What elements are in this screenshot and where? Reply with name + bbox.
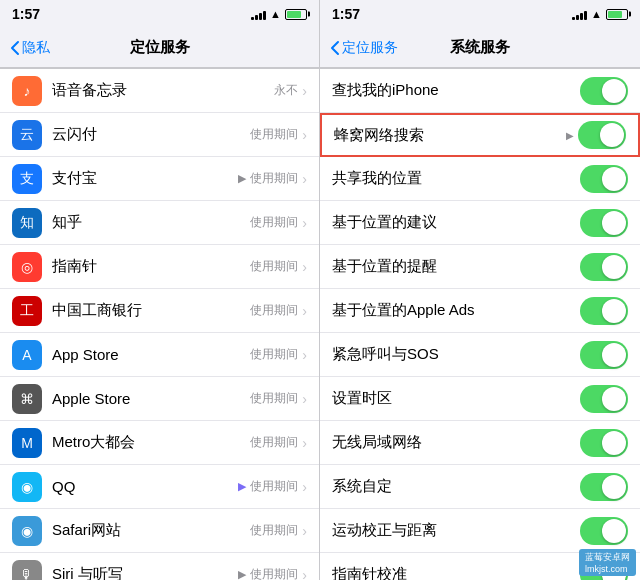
left-status-icons: ▲	[251, 8, 307, 20]
left-list-item[interactable]: 🎙 Siri 与听写 ▶ 使用期间 ›	[0, 553, 319, 580]
right-item-controls: ▶	[566, 121, 626, 149]
right-list-item[interactable]: 共享我的位置	[320, 157, 640, 201]
item-label: 知乎	[52, 213, 250, 232]
left-list-item[interactable]: 云 云闪付 使用期间 ›	[0, 113, 319, 157]
toggle-system_custom[interactable]	[580, 473, 628, 501]
right-item-label: 设置时区	[332, 389, 580, 408]
left-list-item[interactable]: ◉ QQ ▶ 使用期间 ›	[0, 465, 319, 509]
item-label: Apple Store	[52, 390, 250, 407]
app-icon: 支	[12, 164, 42, 194]
left-status-bar: 1:57 ▲	[0, 0, 319, 28]
right-list-item[interactable]: 运动校正与距离	[320, 509, 640, 553]
right-list-item[interactable]: 设置时区	[320, 377, 640, 421]
toggle-timezone[interactable]	[580, 385, 628, 413]
toggle-cellular[interactable]	[578, 121, 626, 149]
right-list-item[interactable]: 紧急呼叫与SOS	[320, 333, 640, 377]
right-item-label: 基于位置的提醒	[332, 257, 580, 276]
chevron-right-icon: ›	[302, 259, 307, 275]
left-nav-bar: 隐私 定位服务	[0, 28, 319, 68]
left-panel: 1:57 ▲ 隐私 定位服务	[0, 0, 320, 580]
toggle-wifi_network[interactable]	[580, 429, 628, 457]
left-list-item[interactable]: 知 知乎 使用期间 ›	[0, 201, 319, 245]
app-icon: ◉	[12, 472, 42, 502]
left-time: 1:57	[12, 6, 40, 22]
right-item-controls	[580, 209, 628, 237]
right-item-controls	[580, 385, 628, 413]
toggle-motion[interactable]	[580, 517, 628, 545]
right-item-label: 无线局域网络	[332, 433, 580, 452]
right-back-button[interactable]: 定位服务	[330, 39, 398, 57]
right-list-item[interactable]: 无线局域网络	[320, 421, 640, 465]
item-value: 使用期间	[250, 478, 298, 495]
item-right: 使用期间 ›	[250, 126, 307, 143]
right-item-label: 指南针校准	[332, 565, 580, 580]
left-list-item[interactable]: 支 支付宝 ▶ 使用期间 ›	[0, 157, 319, 201]
right-nav-title: 系统服务	[450, 38, 510, 57]
item-label: Siri 与听写	[52, 565, 238, 580]
toggle-location_remind[interactable]	[580, 253, 628, 281]
item-label: 语音备忘录	[52, 81, 274, 100]
chevron-right-icon: ›	[302, 435, 307, 451]
app-icon: 知	[12, 208, 42, 238]
chevron-right-icon: ›	[302, 347, 307, 363]
right-list-item[interactable]: 基于位置的提醒	[320, 245, 640, 289]
right-time: 1:57	[332, 6, 360, 22]
chevron-right-icon: ›	[302, 83, 307, 99]
toggle-share_location[interactable]	[580, 165, 628, 193]
item-label: App Store	[52, 346, 250, 363]
right-list-item[interactable]: 基于位置的建议	[320, 201, 640, 245]
right-item-label: 运动校正与距离	[332, 521, 580, 540]
right-item-controls	[580, 517, 628, 545]
chevron-right-icon: ›	[302, 171, 307, 187]
item-right: 永不 ›	[274, 82, 307, 99]
item-value: 使用期间	[250, 170, 298, 187]
right-item-label: 基于位置的Apple Ads	[332, 301, 580, 320]
item-value: 使用期间	[250, 126, 298, 143]
right-status-bar: 1:57 ▲	[320, 0, 640, 28]
toggle-location_suggest[interactable]	[580, 209, 628, 237]
right-list-item[interactable]: 蜂窝网络搜索 ▶	[320, 113, 640, 157]
item-right: 使用期间 ›	[250, 214, 307, 231]
toggle-apple_ads[interactable]	[580, 297, 628, 325]
right-back-label: 定位服务	[342, 39, 398, 57]
right-list-item[interactable]: 基于位置的Apple Ads	[320, 289, 640, 333]
app-icon: ◉	[12, 516, 42, 546]
toggle-emergency[interactable]	[580, 341, 628, 369]
right-item-label: 基于位置的建议	[332, 213, 580, 232]
right-item-label: 共享我的位置	[332, 169, 580, 188]
chevron-right-icon: ›	[302, 215, 307, 231]
left-back-label: 隐私	[22, 39, 50, 57]
left-list-item[interactable]: A App Store 使用期间 ›	[0, 333, 319, 377]
left-list-item[interactable]: ◉ Safari网站 使用期间 ›	[0, 509, 319, 553]
item-right: 使用期间 ›	[250, 302, 307, 319]
item-right: 使用期间 ›	[250, 346, 307, 363]
item-right: 使用期间 ›	[250, 434, 307, 451]
right-settings-list: 查找我的iPhone 蜂窝网络搜索 ▶ 共享我的位置	[320, 68, 640, 580]
left-back-button[interactable]: 隐私	[10, 39, 50, 57]
app-icon: 工	[12, 296, 42, 326]
right-list-item[interactable]: 系统自定	[320, 465, 640, 509]
chevron-right-icon: ›	[302, 523, 307, 539]
item-value: 使用期间	[250, 346, 298, 363]
right-signal-icon	[572, 8, 587, 20]
chevron-right-icon: ›	[302, 127, 307, 143]
item-value: 使用期间	[250, 258, 298, 275]
right-item-controls	[580, 473, 628, 501]
chevron-left-icon	[10, 40, 20, 56]
toggle-find_iphone[interactable]	[580, 77, 628, 105]
chevron-right-icon: ›	[302, 479, 307, 495]
left-list-item[interactable]: ⌘ Apple Store 使用期间 ›	[0, 377, 319, 421]
left-list-item[interactable]: ◎ 指南针 使用期间 ›	[0, 245, 319, 289]
right-nav-bar: 定位服务 系统服务	[320, 28, 640, 68]
chevron-right-icon: ›	[302, 303, 307, 319]
left-list-item[interactable]: 工 中国工商银行 使用期间 ›	[0, 289, 319, 333]
item-label: 云闪付	[52, 125, 250, 144]
left-list-item[interactable]: ♪ 语音备忘录 永不 ›	[0, 69, 319, 113]
left-list-item[interactable]: M Metro大都会 使用期间 ›	[0, 421, 319, 465]
item-right: ▶ 使用期间 ›	[238, 478, 307, 495]
battery-icon	[285, 9, 307, 20]
right-list-item[interactable]: 查找我的iPhone	[320, 69, 640, 113]
app-icon: 🎙	[12, 560, 42, 581]
right-item-label: 查找我的iPhone	[332, 81, 580, 100]
right-item-label: 系统自定	[332, 477, 580, 496]
